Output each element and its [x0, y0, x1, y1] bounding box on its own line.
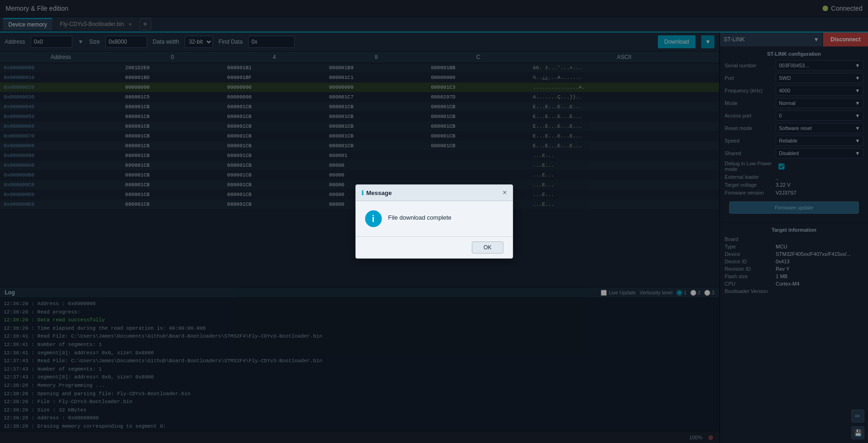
modal-close-button[interactable]: × [502, 189, 507, 197]
modal-overlay[interactable]: ℹ Message × i File download complete OK [0, 0, 868, 443]
modal-title-icon: ℹ [361, 189, 364, 196]
modal-title: ℹ Message [361, 189, 392, 196]
modal-footer: OK [356, 236, 513, 258]
modal-dialog: ℹ Message × i File download complete OK [355, 184, 513, 259]
modal-ok-button[interactable]: OK [472, 241, 503, 254]
modal-header: ℹ Message × [356, 185, 513, 201]
modal-info-icon: i [365, 210, 382, 227]
modal-body: i File download complete [356, 201, 513, 236]
modal-message: File download complete [388, 210, 452, 222]
